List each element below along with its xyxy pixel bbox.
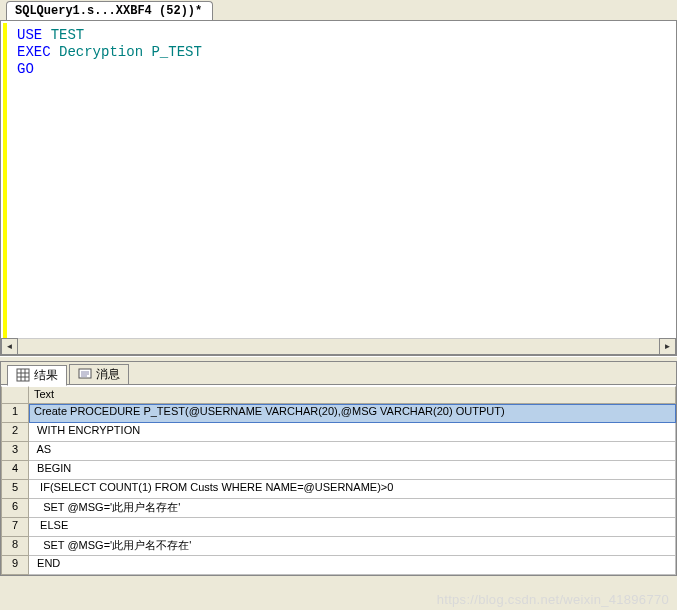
grid-cell[interactable]: WITH ENCRYPTION [29,423,676,442]
grid-cell[interactable]: END [29,556,676,575]
svg-rect-0 [17,369,29,381]
messages-icon [78,367,92,381]
grid-header-row: Text [1,386,676,404]
sql-editor[interactable]: USE TESTEXEC Decryption P_TESTGO [3,23,674,338]
results-pane: 结果 消息 Text 1Create PROCEDURE P_TEST(@USE… [0,362,677,576]
row-number-cell[interactable]: 5 [1,480,29,499]
scrollbar-track[interactable] [18,338,659,355]
table-row[interactable]: 8 SET @MSG='此用户名不存在' [1,537,676,556]
grid-icon [16,368,30,382]
table-row[interactable]: 7 ELSE [1,518,676,537]
code-token [42,27,50,43]
row-number-cell[interactable]: 1 [1,404,29,423]
grid-cell[interactable]: Create PROCEDURE P_TEST(@USERNAME VARCHA… [29,404,676,423]
row-number-cell[interactable]: 9 [1,556,29,575]
scroll-right-arrow-icon[interactable]: ► [659,338,676,355]
code-token: TEST [51,27,85,43]
sql-editor-pane: USE TESTEXEC Decryption P_TESTGO ◄ ► [0,21,677,356]
code-token: EXEC [17,44,51,60]
code-token: USE [17,27,42,43]
grid-cell[interactable]: BEGIN [29,461,676,480]
row-number-cell[interactable]: 3 [1,442,29,461]
row-number-cell[interactable]: 2 [1,423,29,442]
row-number-cell[interactable]: 8 [1,537,29,556]
row-number-header[interactable] [1,386,29,404]
grid-cell[interactable]: ELSE [29,518,676,537]
grid-cell[interactable]: SET @MSG='此用户名存在' [29,499,676,518]
tab-messages[interactable]: 消息 [69,364,129,385]
grid-cell[interactable]: IF(SELECT COUNT(1) FROM Custs WHERE NAME… [29,480,676,499]
row-number-cell[interactable]: 6 [1,499,29,518]
editor-line: GO [17,61,670,78]
results-tab-bar: 结果 消息 [1,362,676,385]
editor-line: EXEC Decryption P_TEST [17,44,670,61]
table-row[interactable]: 3 AS [1,442,676,461]
results-grid[interactable]: Text 1Create PROCEDURE P_TEST(@USERNAME … [1,385,676,575]
tab-messages-label: 消息 [96,366,120,383]
table-row[interactable]: 2 WITH ENCRYPTION [1,423,676,442]
table-row[interactable]: 9 END [1,556,676,575]
watermark-text: https://blog.csdn.net/weixin_41896770 [437,592,669,607]
table-row[interactable]: 6 SET @MSG='此用户名存在' [1,499,676,518]
grid-cell[interactable]: SET @MSG='此用户名不存在' [29,537,676,556]
editor-line: USE TEST [17,27,670,44]
table-row[interactable]: 1Create PROCEDURE P_TEST(@USERNAME VARCH… [1,404,676,423]
query-tab[interactable]: SQLQuery1.s...XXBF4 (52))* [6,1,213,20]
row-number-cell[interactable]: 7 [1,518,29,537]
column-header-text[interactable]: Text [29,386,676,404]
tab-results[interactable]: 结果 [7,365,67,386]
editor-horizontal-scrollbar[interactable]: ◄ ► [1,338,676,355]
table-row[interactable]: 4 BEGIN [1,461,676,480]
table-row[interactable]: 5 IF(SELECT COUNT(1) FROM Custs WHERE NA… [1,480,676,499]
query-tab-title: SQLQuery1.s...XXBF4 (52))* [15,4,202,18]
grid-cell[interactable]: AS [29,442,676,461]
row-number-cell[interactable]: 4 [1,461,29,480]
code-token: P_TEST [151,44,201,60]
code-token: GO [17,61,34,77]
tab-results-label: 结果 [34,367,58,384]
query-tab-bar: SQLQuery1.s...XXBF4 (52))* [0,0,677,21]
code-token [51,44,59,60]
code-token: Decryption [59,44,143,60]
scroll-left-arrow-icon[interactable]: ◄ [1,338,18,355]
